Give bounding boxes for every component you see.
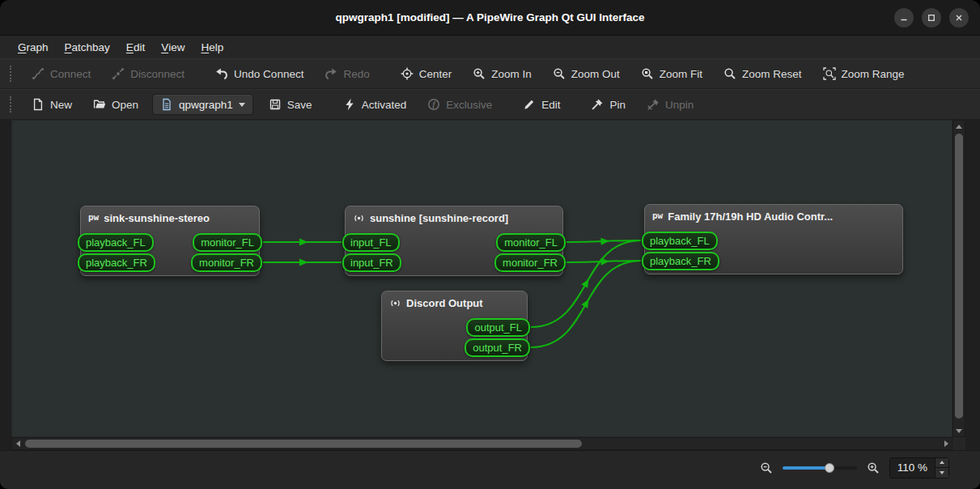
menu-patchbay[interactable]: Patchbay xyxy=(57,36,118,58)
port-playback_FL-input[interactable]: playback_FL xyxy=(78,233,154,252)
maximize-icon xyxy=(927,13,936,23)
connection sunshine [sunshine-record]:monitor_FL -> Family 17h/19h HD Audio Contr...:playback_FL[interactable] xyxy=(566,240,641,242)
connect-button[interactable]: Connect xyxy=(24,63,98,84)
port-monitor_FR-output[interactable]: monitor_FR xyxy=(494,253,566,272)
zoom-slider-fill xyxy=(783,466,829,470)
zoom-in-button[interactable]: Zoom In xyxy=(465,63,539,84)
unpin-button[interactable]: Unpin xyxy=(639,94,701,115)
toolbar-drag-handle[interactable] xyxy=(10,66,16,82)
menu-graph-rest: raph xyxy=(27,41,49,53)
zoom-out-button[interactable]: Zoom Out xyxy=(545,63,627,84)
connection sunshine [sunshine-record]:monitor_FR -> Family 17h/19h HD Audio Contr...:playback_FR[interactable] xyxy=(566,261,641,262)
toolbar-drag-handle[interactable] xyxy=(10,96,16,113)
pin-button[interactable]: Pin xyxy=(583,94,633,115)
node-title-text: Discord Output xyxy=(406,297,483,309)
zoom-out-icon[interactable] xyxy=(760,461,773,474)
port-playback_FL-input[interactable]: playback_FL xyxy=(642,232,718,250)
toolbar-separator xyxy=(574,104,583,105)
graph-canvas[interactable]: pw sink-sunshine-stereo playback_FL play… xyxy=(11,120,952,437)
app-window: qpwgraph1 [modified] — A PipeWire Graph … xyxy=(0,0,980,489)
undo-connect-button[interactable]: Undo Connect xyxy=(208,63,311,84)
redo-button[interactable]: Redo xyxy=(317,63,376,84)
port-playback_FR-input[interactable]: playback_FR xyxy=(642,252,719,270)
pipewire-icon: pw xyxy=(652,210,663,221)
connection-arrow-icon xyxy=(600,257,609,265)
vertical-scrollbar-handle[interactable] xyxy=(955,134,963,419)
scroll-left-button[interactable] xyxy=(12,438,23,449)
center-button[interactable]: Center xyxy=(393,63,460,84)
exclusive-toggle[interactable]: Exclusive xyxy=(420,94,499,115)
port-monitor_FR-output[interactable]: monitor_FR xyxy=(191,253,262,272)
scroll-up-button[interactable] xyxy=(953,121,965,132)
zoom-reset-button[interactable]: Zoom Reset xyxy=(716,63,809,84)
toolbar-separator xyxy=(326,104,336,105)
menu-edit-rest: dit xyxy=(134,41,145,53)
zoom-fit-button[interactable]: Zoom Fit xyxy=(634,63,710,84)
arrow-left-icon xyxy=(16,440,20,447)
open-button[interactable]: Open xyxy=(86,94,146,115)
port-input_FL-input[interactable]: input_FL xyxy=(342,233,400,252)
node-title-text: sunshine [sunshine-record] xyxy=(370,212,508,224)
new-button[interactable]: New xyxy=(24,94,79,115)
port-monitor_FL-output[interactable]: monitor_FL xyxy=(496,233,566,252)
menu-bar: Graph Patchbay Edit View Help xyxy=(0,36,980,58)
node-title: pw sink-sunshine-stereo xyxy=(81,206,259,224)
unpin-icon xyxy=(647,98,660,111)
port-monitor_FL-output[interactable]: monitor_FL xyxy=(193,233,262,252)
graph-toolbar: Connect Disconnect Undo Connect Redo Cen… xyxy=(0,58,980,89)
zoom-in-icon[interactable] xyxy=(867,461,880,474)
menu-help[interactable]: Help xyxy=(193,36,231,58)
maximize-button[interactable] xyxy=(922,8,941,28)
arrow-right-icon xyxy=(944,440,948,447)
zoom-range-button[interactable]: Zoom Range xyxy=(816,63,912,84)
node-family-hd-audio[interactable]: pw Family 17h/19h HD Audio Contr... play… xyxy=(644,204,903,274)
edit-pencil-icon xyxy=(523,98,536,111)
node-sunshine-record[interactable]: sunshine [sunshine-record] input_FL inpu… xyxy=(345,206,563,276)
node-discord-output[interactable]: Discord Output output_FL output_FR xyxy=(381,291,528,361)
save-button[interactable]: Save xyxy=(261,94,320,115)
zoom-spinbox[interactable]: 110 % xyxy=(889,457,949,478)
port-output_FL-output[interactable]: output_FL xyxy=(466,318,530,337)
title-bar[interactable]: qpwgraph1 [modified] — A PipeWire Graph … xyxy=(0,0,980,36)
patchbay-selector-combo[interactable]: qpwgraph1 xyxy=(152,94,253,115)
zoom-spin-down-button[interactable] xyxy=(935,467,948,478)
open-folder-icon xyxy=(93,98,106,111)
horizontal-scrollbar[interactable] xyxy=(11,437,952,450)
close-icon xyxy=(954,13,964,23)
menu-patchbay-rest: atchbay xyxy=(72,41,110,53)
close-button[interactable] xyxy=(949,8,969,28)
redo-icon xyxy=(325,67,337,80)
edit-button[interactable]: Edit xyxy=(515,94,567,115)
minimize-button[interactable] xyxy=(894,8,914,28)
port-playback_FR-input[interactable]: playback_FR xyxy=(78,253,155,272)
save-label: Save xyxy=(287,99,312,111)
connect-label: Connect xyxy=(50,68,91,80)
scrollbar-corner xyxy=(952,437,965,450)
node-sink-sunshine-stereo[interactable]: pw sink-sunshine-stereo playback_FL play… xyxy=(80,206,260,276)
vertical-scrollbar[interactable] xyxy=(952,120,965,437)
scroll-right-button[interactable] xyxy=(940,438,952,449)
zoom-fit-label: Zoom Fit xyxy=(660,68,702,80)
zoom-slider-handle[interactable] xyxy=(825,463,834,473)
save-icon xyxy=(269,98,282,111)
node-title: sunshine [sunshine-record] xyxy=(346,206,562,224)
connection-arrow-icon xyxy=(299,259,308,266)
menu-help-rest: elp xyxy=(209,41,223,53)
port-input_FR-input[interactable]: input_FR xyxy=(342,253,401,272)
zoom-in-icon xyxy=(473,67,486,80)
node-title-text: Family 17h/19h HD Audio Contr... xyxy=(668,210,833,223)
zoom-slider[interactable] xyxy=(783,461,857,474)
menu-view[interactable]: View xyxy=(153,36,193,58)
scroll-down-button[interactable] xyxy=(953,425,965,436)
center-icon xyxy=(401,67,414,80)
patchbay-file-icon xyxy=(160,98,173,111)
menu-edit[interactable]: Edit xyxy=(118,36,153,58)
activated-toggle[interactable]: Activated xyxy=(336,94,414,115)
zoom-spin-up-button[interactable] xyxy=(935,458,948,468)
menu-graph[interactable]: Graph xyxy=(10,36,57,58)
horizontal-scrollbar-handle[interactable] xyxy=(25,440,582,448)
pin-label: Pin xyxy=(609,99,626,111)
zoom-reset-icon xyxy=(723,67,736,80)
port-output_FR-output[interactable]: output_FR xyxy=(465,338,530,357)
disconnect-button[interactable]: Disconnect xyxy=(104,63,192,84)
